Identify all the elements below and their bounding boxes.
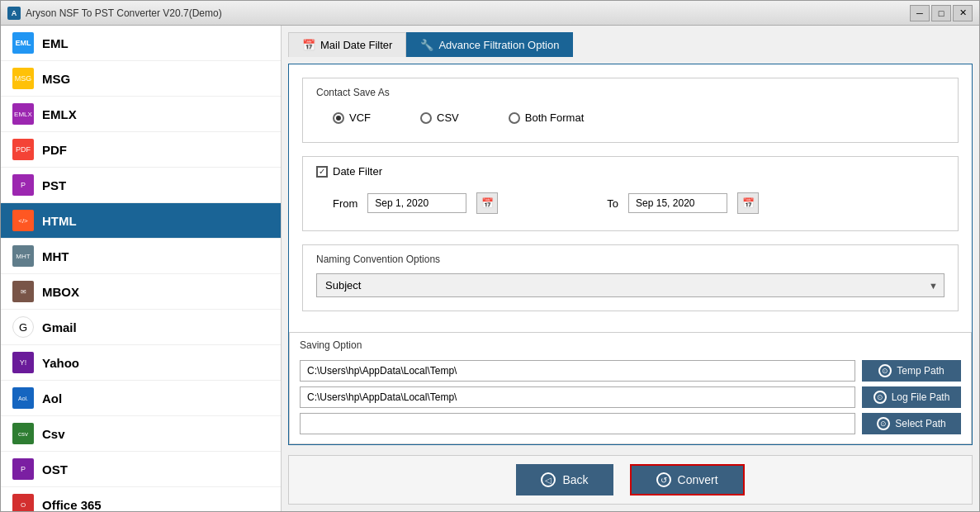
temp-path-icon: ⊙ bbox=[878, 364, 892, 377]
main-content: EMLEMLMSGMSGEMLXEMLXPDFPDFPPST</>HTMLMHT… bbox=[1, 26, 979, 511]
bottom-bar: ◁ Back ↺ Convert bbox=[288, 455, 973, 505]
mbox-label: MBOX bbox=[42, 285, 79, 299]
sidebar-item-mht[interactable]: MHTMHT bbox=[1, 239, 281, 274]
date-filter-label: Date Filter bbox=[333, 165, 382, 178]
to-calendar-button[interactable]: 📅 bbox=[737, 192, 759, 214]
sidebar-item-pst[interactable]: PPST bbox=[1, 168, 281, 203]
csv-label: Csv bbox=[42, 427, 65, 441]
pdf-icon: PDF bbox=[12, 139, 34, 160]
select-path-button[interactable]: ⊙ Select Path bbox=[862, 413, 961, 434]
yahoo-label: Yahoo bbox=[42, 356, 79, 370]
saving-row-1: ⊙ Temp Path bbox=[290, 358, 971, 384]
gmail-label: Gmail bbox=[42, 320, 77, 334]
msg-icon: MSG bbox=[12, 68, 34, 89]
log-path-input[interactable] bbox=[300, 386, 855, 408]
back-icon: ◁ bbox=[541, 472, 556, 487]
maximize-button[interactable]: □ bbox=[931, 5, 951, 21]
naming-convention-select-wrapper: Subject Date From To CC ▼ bbox=[316, 273, 944, 297]
sidebar-item-eml[interactable]: EMLEML bbox=[1, 26, 281, 61]
title-bar-left: A Aryson NSF To PST Converter V20.7(Demo… bbox=[7, 7, 222, 20]
pst-label: PST bbox=[42, 178, 66, 192]
office365-label: Office 365 bbox=[42, 498, 102, 512]
radio-both[interactable]: Both Format bbox=[509, 111, 585, 124]
filter-icon: 🔧 bbox=[420, 39, 433, 51]
radio-vcf-circle bbox=[333, 112, 344, 124]
sidebar-item-gmail[interactable]: GGmail bbox=[1, 310, 281, 345]
ost-icon: P bbox=[12, 458, 34, 480]
yahoo-icon: Y! bbox=[12, 352, 34, 373]
ost-label: OST bbox=[42, 462, 68, 476]
log-path-icon: ⊙ bbox=[873, 391, 887, 404]
sidebar-item-ost[interactable]: POST bbox=[1, 452, 281, 487]
close-button[interactable]: ✕ bbox=[953, 5, 973, 21]
sidebar-item-yahoo[interactable]: Y!Yahoo bbox=[1, 345, 281, 381]
html-label: HTML bbox=[42, 214, 77, 228]
date-filter-header: Date Filter bbox=[316, 165, 944, 178]
eml-label: EML bbox=[42, 36, 69, 50]
date-filter-checkbox[interactable] bbox=[316, 166, 328, 178]
naming-convention-select[interactable]: Subject Date From To CC bbox=[316, 273, 944, 297]
naming-convention-label: Naming Convention Options bbox=[316, 254, 944, 265]
minimize-button[interactable]: ─ bbox=[910, 5, 930, 21]
contact-save-as-label: Contact Save As bbox=[316, 87, 944, 98]
emlx-label: EMLX bbox=[42, 107, 77, 121]
radio-csv[interactable]: CSV bbox=[420, 111, 459, 124]
sidebar: EMLEMLMSGMSGEMLXEMLXPDFPDFPPST</>HTMLMHT… bbox=[1, 26, 282, 511]
sidebar-item-office365[interactable]: OOffice 365 bbox=[1, 487, 281, 511]
sidebar-item-mbox[interactable]: ✉MBOX bbox=[1, 274, 281, 310]
sidebar-item-emlx[interactable]: EMLXEMLX bbox=[1, 97, 281, 132]
office365-icon: O bbox=[12, 494, 34, 511]
content-panel: Contact Save As VCF CSV bbox=[288, 64, 973, 445]
saving-option-section: Saving Option ⊙ Temp Path ⊙ Log File Pat… bbox=[289, 332, 972, 444]
mht-label: MHT bbox=[42, 249, 69, 263]
convert-icon: ↺ bbox=[656, 472, 671, 487]
aol-icon: Aol. bbox=[12, 387, 34, 409]
msg-label: MSG bbox=[42, 72, 70, 86]
aol-label: Aol bbox=[42, 391, 62, 405]
pdf-label: PDF bbox=[42, 143, 67, 157]
pst-icon: P bbox=[12, 174, 34, 196]
main-window: A Aryson NSF To PST Converter V20.7(Demo… bbox=[0, 0, 980, 512]
eml-icon: EML bbox=[12, 32, 34, 54]
to-date-input[interactable] bbox=[628, 193, 727, 213]
sidebar-item-pdf[interactable]: PDFPDF bbox=[1, 132, 281, 168]
select-path-icon: ⊙ bbox=[877, 417, 890, 430]
mbox-icon: ✉ bbox=[12, 281, 34, 302]
log-file-path-button[interactable]: ⊙ Log File Path bbox=[862, 386, 961, 408]
sidebar-item-msg[interactable]: MSGMSG bbox=[1, 61, 281, 97]
radio-vcf[interactable]: VCF bbox=[333, 111, 371, 124]
radio-group-contact: VCF CSV Both Format bbox=[316, 107, 944, 129]
window-title: Aryson NSF To PST Converter V20.7(Demo) bbox=[26, 7, 222, 19]
from-calendar-button[interactable]: 📅 bbox=[476, 192, 498, 214]
emlx-icon: EMLX bbox=[12, 103, 34, 125]
from-date-input[interactable] bbox=[367, 193, 466, 213]
app-icon: A bbox=[7, 7, 21, 20]
back-button[interactable]: ◁ Back bbox=[516, 464, 613, 495]
saving-option-label: Saving Option bbox=[290, 339, 971, 358]
panel-inner: Contact Save As VCF CSV bbox=[289, 64, 972, 332]
csv-icon: csv bbox=[12, 423, 34, 444]
tab-advance-filtration[interactable]: 🔧 Advance Filtration Option bbox=[406, 32, 573, 57]
temp-path-button[interactable]: ⊙ Temp Path bbox=[862, 360, 961, 382]
radio-both-label: Both Format bbox=[525, 111, 585, 124]
title-bar: A Aryson NSF To PST Converter V20.7(Demo… bbox=[1, 1, 979, 26]
calendar-icon: 📅 bbox=[302, 39, 315, 51]
from-label: From bbox=[333, 197, 357, 210]
sidebar-item-html[interactable]: </>HTML bbox=[1, 203, 281, 239]
saving-row-3: ⊙ Select Path bbox=[290, 410, 971, 437]
date-row: From 📅 To 📅 bbox=[316, 189, 944, 217]
sidebar-item-aol[interactable]: Aol.Aol bbox=[1, 381, 281, 416]
select-path-input[interactable] bbox=[300, 413, 855, 434]
naming-convention-section: Naming Convention Options Subject Date F… bbox=[302, 244, 959, 311]
convert-button[interactable]: ↺ Convert bbox=[630, 464, 745, 495]
radio-csv-circle bbox=[420, 112, 432, 124]
radio-both-circle bbox=[509, 112, 520, 124]
temp-path-input[interactable] bbox=[300, 360, 855, 382]
tab-mail-date-filter[interactable]: 📅 Mail Date Filter bbox=[288, 32, 406, 57]
date-filter-section: Date Filter From 📅 To 📅 bbox=[302, 156, 959, 231]
contact-save-as-section: Contact Save As VCF CSV bbox=[302, 78, 959, 143]
right-panel: 📅 Mail Date Filter 🔧 Advance Filtration … bbox=[282, 26, 979, 511]
window-controls: ─ □ ✕ bbox=[910, 5, 973, 21]
radio-csv-label: CSV bbox=[437, 111, 459, 124]
sidebar-item-csv[interactable]: csvCsv bbox=[1, 416, 281, 452]
